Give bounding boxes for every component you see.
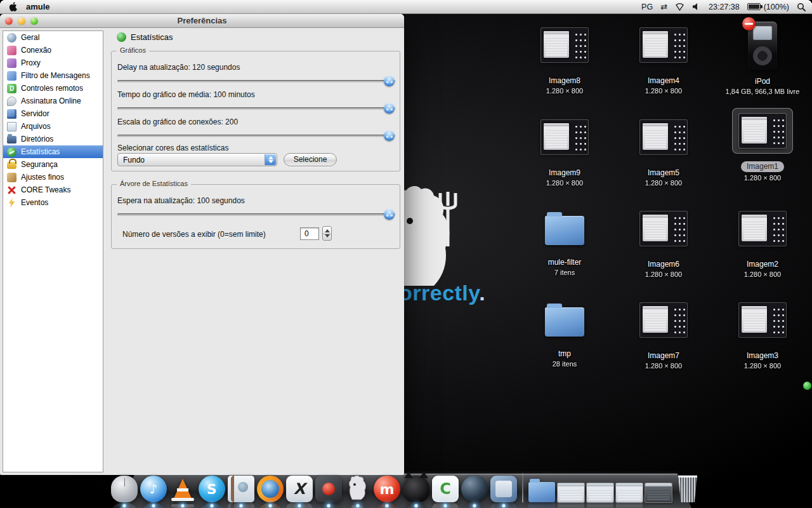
dock-item-amule[interactable] xyxy=(344,476,371,502)
icon-sublabel: 1.280 × 800 xyxy=(625,87,702,95)
dock-item-itunes[interactable]: ♪ xyxy=(140,476,167,502)
dock-item-x11[interactable]: X xyxy=(286,476,313,502)
slider-thumb[interactable] xyxy=(384,130,395,141)
dock-separator xyxy=(522,472,523,502)
icon-sublabel: 7 itens xyxy=(527,269,603,276)
desktop-icon-imagem5[interactable]: Imagem5 1.280 × 800 xyxy=(625,120,702,187)
sidebar-item-ajustes-finos[interactable]: Ajustes finos xyxy=(3,171,103,184)
sidebar-item-diretorios[interactable]: Diretórios xyxy=(3,133,103,145)
spotlight-icon[interactable] xyxy=(797,3,806,11)
input-source-menu[interactable]: PG xyxy=(641,3,653,11)
screenshot-thumbnail xyxy=(739,114,786,148)
folder-icon xyxy=(545,216,584,245)
icon-sublabel: 1.280 × 800 xyxy=(527,87,603,95)
desktop-icon-imagem3[interactable]: Imagem3 1.280 × 800 xyxy=(724,303,801,370)
groupbox-title: Gráficos xyxy=(117,46,149,54)
sidebar-item-core-tweaks[interactable]: CORE Tweaks xyxy=(3,184,103,196)
sidebar-item-label: CORE Tweaks xyxy=(21,185,70,194)
versions-count-field[interactable]: 0 xyxy=(300,227,319,240)
sidebar-item-arquivos[interactable]: Arquivos xyxy=(3,120,103,133)
icon-label: Imagem2 xyxy=(724,260,801,269)
security-lock-icon xyxy=(7,162,16,169)
apple-menu[interactable] xyxy=(9,2,17,11)
dock-item-skype[interactable]: S xyxy=(199,476,225,502)
running-indicator xyxy=(473,504,477,508)
average-graph-time-slider[interactable] xyxy=(117,103,395,114)
sidebar-item-filtro-de-mensagens[interactable]: Filtro de Mensagens xyxy=(3,69,103,82)
dock-item-m-app[interactable]: m xyxy=(374,476,400,502)
minimized-window-thumbnail xyxy=(558,483,584,502)
volume-icon[interactable] xyxy=(692,3,701,11)
versions-count-stepper[interactable] xyxy=(322,226,332,241)
window-titlebar[interactable]: Preferências xyxy=(0,14,404,28)
sidebar-item-label: Diretórios xyxy=(21,135,53,144)
clock[interactable]: 23:27:38 xyxy=(709,3,740,11)
core-tweaks-icon xyxy=(7,185,16,195)
dock-item-blue-app[interactable] xyxy=(490,476,517,502)
dock-item-gimp[interactable] xyxy=(111,476,138,502)
wallpaper-text: orrectly. xyxy=(399,281,485,305)
keyboard-switch-icon[interactable]: ⇄ xyxy=(660,2,667,11)
slider-thumb[interactable] xyxy=(384,103,395,114)
firefox-icon xyxy=(257,476,284,502)
update-delay-slider[interactable] xyxy=(117,76,395,86)
dock: ♪ S X m C xyxy=(0,451,812,508)
icon-label: Imagem9 xyxy=(527,168,603,177)
slider-thumb[interactable] xyxy=(384,76,395,86)
dock-item-minimized-window-1[interactable] xyxy=(558,483,584,502)
desktop-icon-imagem6[interactable]: Imagem6 1.280 × 800 xyxy=(625,211,702,278)
dock-item-minimized-window-4[interactable] xyxy=(645,483,672,502)
amule-mule-icon xyxy=(344,476,371,502)
sidebar-item-servidor[interactable]: Servidor xyxy=(3,107,103,120)
desktop-icon-imagem7[interactable]: Imagem7 1.280 × 800 xyxy=(625,303,702,370)
desktop-icon-imagem4[interactable]: Imagem4 1.280 × 800 xyxy=(625,28,702,95)
desktop-icon-imagem1-selected[interactable]: Imagem1 1.280 × 800 xyxy=(724,108,801,182)
sidebar-item-seguranca[interactable]: Segurança xyxy=(3,158,103,171)
desktop-icon-imagem8[interactable]: Imagem8 1.280 × 800 xyxy=(527,28,603,95)
globe-app-icon xyxy=(461,476,488,502)
desktop-icon-tmp[interactable]: tmp 28 itens xyxy=(527,302,603,368)
sidebar-item-controles-remotos[interactable]: Controles remotos xyxy=(3,82,103,95)
dock-item-green-c-app[interactable]: C xyxy=(432,476,459,502)
proxy-icon xyxy=(7,58,16,68)
screenshot-thumbnail xyxy=(640,120,687,154)
sidebar-item-geral[interactable]: Geral xyxy=(3,31,103,44)
slider-thumb[interactable] xyxy=(384,209,395,220)
dock-item-minimized-window-2[interactable] xyxy=(587,483,613,502)
statistics-color-dropdown[interactable]: Fundo xyxy=(117,153,277,166)
battery-menu[interactable]: (100%) xyxy=(747,3,789,11)
dock-item-address-book[interactable] xyxy=(228,476,254,502)
desktop-icon-imagem2[interactable]: Imagem2 1.280 × 800 xyxy=(724,211,801,278)
sidebar-item-proxy[interactable]: Proxy xyxy=(3,57,103,69)
desktop-icon-mule-filter[interactable]: mule-filter 7 itens xyxy=(527,211,603,276)
connections-scale-slider[interactable] xyxy=(117,130,395,141)
dock-item-firefox[interactable] xyxy=(257,476,284,502)
address-book-icon xyxy=(228,476,254,502)
running-indicator xyxy=(385,504,390,508)
screenshot-thumbnail xyxy=(640,211,687,246)
airport-icon[interactable] xyxy=(675,3,684,11)
desktop-icon-ipod[interactable]: iPod 1,84 GB, 966,3 MB livre xyxy=(724,22,801,95)
trash-icon xyxy=(676,474,699,502)
dock-item-documents-folder[interactable] xyxy=(528,482,555,502)
sidebar-item-label: Conexão xyxy=(21,46,51,55)
tree-update-delay-slider[interactable] xyxy=(117,209,395,220)
active-app-menu[interactable]: amule xyxy=(26,2,50,11)
icon-label: Imagem8 xyxy=(527,76,603,85)
groupbox-title: Árvore de Estatísticas xyxy=(117,180,191,187)
dock-item-minimized-window-3[interactable] xyxy=(616,483,643,502)
select-color-button[interactable]: Selecione xyxy=(284,153,337,166)
average-graph-time-label: Tempo do gráfico de média: 100 minutos xyxy=(117,90,255,99)
dock-item-trash[interactable] xyxy=(674,474,701,502)
sidebar-item-estatisticas[interactable]: Estatísticas xyxy=(3,145,103,158)
dock-item-red-app[interactable] xyxy=(315,476,342,502)
running-indicator xyxy=(181,504,185,508)
sidebar-item-conexao[interactable]: Conexão xyxy=(3,44,103,57)
dock-item-vlc[interactable] xyxy=(169,476,196,502)
sidebar-item-eventos[interactable]: Eventos xyxy=(3,196,103,209)
desktop-icon-imagem9[interactable]: Imagem9 1.280 × 800 xyxy=(527,120,603,187)
sidebar-item-assinatura-online[interactable]: Assinatura Online xyxy=(3,95,103,107)
icon-label: Imagem5 xyxy=(625,168,702,177)
dock-item-cat-app[interactable] xyxy=(403,476,429,502)
dock-item-globe-app[interactable] xyxy=(461,476,488,502)
